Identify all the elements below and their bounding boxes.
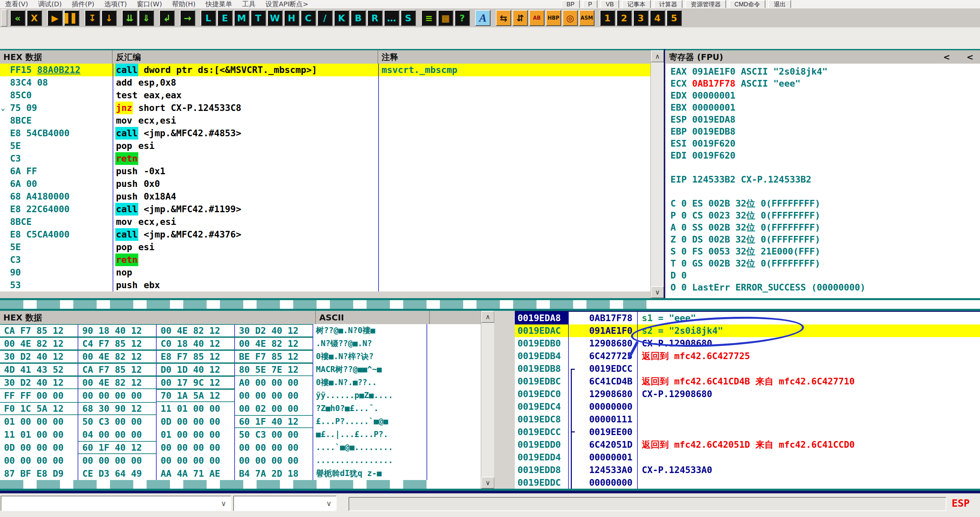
stack-row[interactable]: 0019EDB80019EDCC — [515, 363, 980, 375]
combo-dropdown-icon[interactable]: ∨ — [218, 498, 229, 509]
hbp-button[interactable]: HBP — [546, 10, 561, 26]
dump-scroll-down-icon[interactable]: ∨ — [481, 477, 495, 489]
asm-button[interactable]: ASM — [579, 10, 595, 26]
flag-row-7[interactable]: O 0 LastErr ERROR_SUCCESS (00000000) — [666, 282, 980, 293]
dump-row[interactable]: 00 00 00 0000 00 00 0000 00 00 0000 00 0… — [0, 454, 481, 467]
command-combobox[interactable]: ∨ — [1, 496, 231, 511]
disasm-row[interactable]: 6A 00push 0x0 — [0, 178, 651, 190]
dump-scrollbar[interactable]: ∧ ∨ — [481, 311, 495, 489]
animate-over-button[interactable]: ⇓ — [138, 10, 154, 26]
disasm-row[interactable]: E8 54CB4000call <jmp.&MFC42.#4853> — [0, 127, 651, 140]
flag-row-4[interactable]: S 0 FS 0053 32位 21E000(FFF) — [666, 245, 980, 258]
trace-back-button[interactable]: ⇆ — [496, 10, 511, 26]
dump-row[interactable]: 30 D2 40 1200 4E 82 12E8 F7 85 12BE F7 8… — [0, 350, 481, 363]
dump-header-ascii[interactable]: ASCII — [316, 311, 430, 324]
animate-into-button[interactable]: ⇊ — [122, 10, 137, 26]
quick-button-1[interactable]: P — [583, 0, 597, 9]
plugin-a-button[interactable]: A — [475, 10, 490, 26]
cpu-window-button[interactable]: C — [301, 10, 316, 26]
memory-map-button[interactable]: M — [234, 10, 249, 26]
menu-item-3[interactable]: 选项(T) — [99, 0, 132, 9]
target-button[interactable]: ◎ — [563, 10, 578, 26]
patches-button[interactable]: / — [317, 10, 332, 26]
menu-item-5[interactable]: 帮助(H) — [167, 0, 200, 9]
disasm-row[interactable]: E8 C5CA4000call <jmp.&MFC42.#4376> — [0, 228, 651, 241]
disasm-row[interactable]: 90nop — [0, 266, 651, 279]
flag-row-1[interactable]: P 0 CS 0023 32位 0(FFFFFFFF) — [666, 210, 980, 221]
menu-item-8[interactable]: 设置API断点> — [261, 0, 313, 9]
stack-row[interactable]: 0019EDD8124533A0CX-P.124533A0 — [515, 464, 980, 476]
dump-row[interactable]: FF FF 00 0000 00 00 0070 1A 5A 1200 00 0… — [0, 389, 481, 402]
register-row-esi[interactable]: ESI 0019F620 — [666, 138, 980, 150]
stack-row[interactable]: 0019EDCC0019EE00 — [515, 426, 980, 438]
executable-modules-button[interactable]: E — [217, 10, 232, 26]
quick-button-7[interactable]: 退出 — [768, 0, 791, 9]
stack-row[interactable]: 0019EDC400000000 — [515, 401, 980, 413]
register-row-ebp[interactable]: EBP 0019EDB8 — [666, 126, 980, 138]
go-to-button[interactable]: → — [180, 10, 195, 26]
disasm-row[interactable]: C3retn — [0, 152, 651, 165]
collapse-right-icon[interactable]: < — [960, 50, 980, 64]
column-header-comment[interactable]: 注释 — [378, 50, 651, 64]
menu-item-4[interactable]: 窗口(W) — [132, 0, 167, 9]
execute-till-return-button[interactable]: ↲ — [159, 10, 175, 26]
dump-row[interactable]: 11 01 00 0004 00 00 0001 00 00 0050 C3 0… — [0, 428, 481, 441]
ab-compare-button[interactable]: AB — [529, 10, 544, 26]
column-header-disasm[interactable]: 反汇编 — [113, 50, 378, 64]
register-row-edi[interactable]: EDI 0019F620 — [666, 150, 980, 162]
trace-updown-button[interactable]: ⇵ — [512, 10, 528, 26]
pause-button[interactable]: ▌▌ — [64, 10, 79, 26]
column-header-hex[interactable]: HEX 数据 — [0, 50, 113, 64]
preset-5-button[interactable]: 5 — [667, 10, 682, 26]
quick-button-2[interactable]: VB — [600, 0, 619, 9]
combo-dropdown-icon-2[interactable]: ∨ — [323, 498, 334, 509]
menu-item-1[interactable]: 调试(D) — [33, 0, 67, 9]
dump-header-hex[interactable]: HEX 数据 — [0, 311, 316, 324]
dump-row[interactable]: 0D 00 00 0060 1F 40 1200 00 00 0000 00 0… — [0, 441, 481, 454]
grid-button[interactable]: ▦ — [438, 10, 453, 26]
stack-row[interactable]: 0019EDB46C427725返回到 mfc42.6C427725 — [515, 350, 980, 363]
call-stack-button[interactable]: K — [334, 10, 349, 26]
breakpoints-button[interactable]: B — [350, 10, 366, 26]
quick-button-4[interactable]: 计算器 — [654, 0, 682, 9]
run-trace-button[interactable]: … — [384, 10, 399, 26]
secondary-combobox[interactable]: ∨ — [233, 496, 337, 511]
threads-button[interactable]: T — [251, 10, 266, 26]
preset-1-button[interactable]: 1 — [600, 10, 615, 26]
register-row-ecx[interactable]: ECX 0AB17F78 ASCII "eee" — [666, 78, 980, 90]
disasm-row[interactable]: E8 22C64000call <jmp.&MFC42.#1199> — [0, 203, 651, 216]
quick-button-0[interactable]: BP — [561, 0, 580, 9]
register-row-edx[interactable]: EDX 00000001 — [666, 90, 980, 102]
disasm-row[interactable]: C3retn — [0, 253, 651, 266]
preset-4-button[interactable]: 4 — [650, 10, 665, 26]
dump-row[interactable]: 87 BF E8 D9CE D3 64 49AA 4A 71 AEB4 7A 2… — [0, 467, 481, 480]
dump-row[interactable]: 01 00 00 0050 C3 00 000D 00 00 0060 1F 4… — [0, 415, 481, 428]
disasm-row[interactable]: ⌄75 09jnz short CX-P.124533C8 — [0, 102, 651, 114]
dump-row[interactable]: F0 1C 5A 1268 30 90 1211 01 00 0000 02 0… — [0, 402, 481, 415]
quick-button-3[interactable]: 记事本 — [622, 0, 651, 9]
source-button[interactable]: S — [401, 10, 416, 26]
menu-item-0[interactable]: 查看(V) — [0, 0, 33, 9]
disasm-row[interactable]: 5Epop esi — [0, 140, 651, 152]
preset-2-button[interactable]: 2 — [616, 10, 632, 26]
register-spacer[interactable] — [666, 186, 980, 197]
register-spacer[interactable] — [666, 162, 980, 173]
menu-item-6[interactable]: 快捷菜单 — [200, 0, 237, 9]
step-into-button[interactable]: ↧ — [84, 10, 100, 26]
disasm-row[interactable]: 5Epop esi — [0, 241, 651, 253]
dump-row[interactable]: 00 4E 82 12C4 F7 85 12C0 18 40 1200 4E 8… — [0, 337, 481, 350]
quick-button-5[interactable]: 资源管理器 — [686, 0, 726, 9]
restart-button[interactable]: « — [10, 10, 25, 26]
disasm-row[interactable]: 8BCEmov ecx,esi — [0, 216, 651, 228]
dump-row[interactable]: CA F7 85 1290 18 40 1200 4E 82 1230 D2 4… — [0, 324, 481, 337]
quick-button-6[interactable]: CMD命令 — [729, 0, 765, 9]
stack-row[interactable]: 0019EDC800000111 — [515, 413, 980, 426]
stack-row[interactable]: 0019EDBC6C41CD4B返回到 mfc42.6C41CD4B 来自 mf… — [515, 375, 980, 388]
log-window-button[interactable]: L — [200, 10, 216, 26]
stack-row[interactable]: 0019EDC012908680CX-P.12908680 — [515, 388, 980, 401]
menu-item-7[interactable]: 工具 — [237, 0, 261, 9]
toolbar-grip[interactable] — [1, 10, 7, 27]
disasm-row[interactable]: 83C4 08add esp,0x8 — [0, 76, 651, 89]
disasm-row[interactable]: 68 A4180000push 0x18A4 — [0, 190, 651, 203]
stack-row[interactable]: 0019EDD06C42051D返回到 mfc42.6C42051D 来自 mf… — [515, 438, 980, 451]
